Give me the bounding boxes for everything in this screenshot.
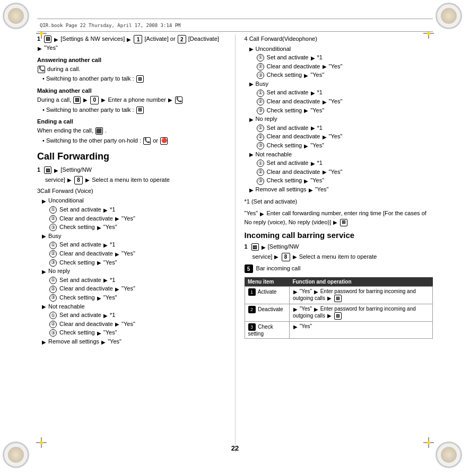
cf-notreach-item-1: ① Set and activate ▶ *1 [49,311,226,320]
ib-box-num: 5 [245,265,253,273]
deactivate-grid-icon: ⊞ [334,312,342,320]
table-cell-activate-op: ▶ "Yes" ▶ Enter password for barring inc… [289,287,432,304]
cf-notreach-item-2: ② Clear and deactivate ▶ "Yes" [49,320,226,329]
corner-decoration-tr [436,3,467,34]
cf-busy-item-3: ③ Check setting ▶ "Yes" [49,258,226,267]
cf-voice-item-2: ② Clear and deactivate ▶ "Yes" [49,214,226,223]
hold-icon-1: 📞 [143,137,151,145]
menu-icon-2: ▤ [73,96,81,104]
call-forwarding-heading: Call Forwarding [37,151,226,162]
ib-menu-icon: ▤ [251,243,259,251]
cf-remove-all: ▶ Remove all settings ▶ "Yes" [41,337,226,346]
cf-video-noreply-item-2: ② Clear and deactivate ▶ "Yes" [257,132,433,141]
switch-icon-2: ⊞ [136,107,144,114]
corner-decoration-bl [3,442,34,473]
answering-call-switch: • Switching to another party to talk : ⊞ [42,74,226,83]
cf-notreachable-items: ① Set and activate ▶ *1 ② Clear and deac… [45,311,226,337]
header-text: QIR.book Page 22 Thursday, April 17, 200… [40,23,181,28]
header-bar: QIR.book Page 22 Thursday, April 17, 200… [37,19,433,32]
cf-voice-items: ① Set and activate ▶ *1 ② Clear and deac… [45,205,226,232]
corner-decoration-tl [3,3,34,34]
cf-busy-item-2: ② Clear and deactivate ▶ "Yes" [49,249,226,258]
cf-videophone-label: 4 Call Forward(Videophone) [245,34,433,43]
left-column: 1 ▤ ▶ [Settings & NW services] ▶ 1 [Acti… [37,34,231,444]
hold-icon-2: 🔴 [160,137,168,145]
cf-video-notreach-item-3: ③ Check setting ▶ "Yes" [257,176,433,185]
switch-icon-1: ⊞ [136,75,144,83]
cf-step1-cont: service] ▶ 8 ▶ Select a menu item to ope… [45,175,226,184]
making-call-during: During a call, ▤ ▶ 0 ▶ Enter a phone num… [37,95,226,104]
footnote-grid-icon: ⊞ [340,219,347,226]
key-0: 0 [90,96,99,104]
table-header-function: Function and operation [289,277,432,287]
cf-video-uncond-item-2: ② Clear and deactivate ▶ "Yes" [257,62,433,71]
right-column: 4 Call Forward(Videophone) ▶ Uncondition… [242,34,433,444]
cf-video-noreply-items: ① Set and activate ▶ *1 ② Clear and deac… [253,124,433,150]
cf-video-uncond-item-3: ③ Check setting ▶ "Yes" [257,70,433,80]
table-cell-deactivate-op: ▶ "Yes" ▶ Enter password for barring inc… [289,304,432,321]
table-row-activate: 1 Activate ▶ "Yes" ▶ Enter password for … [245,287,433,304]
ib-bar-label: 5 Bar incoming call [245,264,433,273]
cf-voice-item-1: ① Set and activate ▶ *1 [49,205,226,214]
ending-call-switch: • Switching to the other party on-hold :… [42,136,226,145]
cf-noreply-item-3: ③ Check setting ▶ "Yes" [49,293,226,302]
page-number: 22 [231,444,239,452]
phone-during-icon: 📞 [38,66,45,73]
cf-video-noreply-item-3: ③ Check setting ▶ "Yes" [257,141,433,150]
cf-video-busy-item-1: ① Set and activate ▶ *1 [257,88,433,97]
table-row-deactivate: 2 Deactivate ▶ "Yes" ▶ Enter password fo… [245,304,433,321]
cf-video-notreachable-items: ① Set and activate ▶ *1 ② Clear and deac… [253,158,433,185]
cf-video-noreply-item-1: ① Set and activate ▶ *1 [257,124,433,133]
menu-key: ▤ [44,36,51,43]
cf-video-remove-all: ▶ Remove all settings ▶ "Yes" [249,185,433,194]
call-icon: 📞 [175,96,182,104]
cf-video-uncond-item-1: ① Set and activate ▶ *1 [257,53,433,62]
incoming-barring-heading: Incoming call barring service [245,231,433,240]
table-header-item: Menu item [245,277,289,287]
key-2: 2 [178,35,186,43]
table-cell-check-op: ▶ "Yes" [289,321,432,338]
table-row-check: 3 Check setting ▶ "Yes" [245,321,433,338]
cf-step1: 1 ▤ ▶ [Setting/NW [37,165,226,174]
cf-video-noreply: ▶ No reply [249,114,433,124]
cf-key-8: 8 [74,176,83,184]
cf-voice-item-3: ③ Check setting ▶ "Yes" [49,223,226,232]
cf-voice-unconditional: ▶ Unconditional [41,196,226,205]
table-cell-activate-item: 1 Activate [245,287,289,304]
footnote-1: *1 (Set and activate) [245,197,433,206]
end-call-icon: ⬛ [95,127,103,135]
ib-key-8: 8 [282,253,290,261]
making-call-heading: Making another call [37,87,226,94]
footnote-2: "Yes" ▶ Enter call forwarding number, en… [245,209,433,226]
cf-busy-item-1: ① Set and activate ▶ *1 [49,240,226,249]
cf-noreply-item-1: ① Set and activate ▶ *1 [49,276,226,285]
cf-video-notreach-item-2: ② Clear and deactivate ▶ "Yes" [257,168,433,177]
cf-voice-notreachable: ▶ Not reachable [41,302,226,311]
table-cell-check-item: 3 Check setting [245,321,289,338]
answering-call-heading: Answering another call [37,57,226,63]
cf-voice-label: 3Call Forward (Voice) [37,187,226,196]
ending-call-heading: Ending a call [37,118,226,125]
cf-voice-busy: ▶ Busy [41,232,226,241]
cf-menu-icon: ▤ [44,166,51,174]
page-container: QIR.book Page 22 Thursday, April 17, 200… [0,0,470,476]
ending-call-when: When ending the call, ⬛ . [37,126,226,135]
cf-video-unconditional: ▶ Unconditional [249,45,433,54]
cf-video-notreach-item-1: ① Set and activate ▶ *1 [257,158,433,168]
step-1-intro: 1 ▤ ▶ [Settings & NW services] ▶ 1 [Acti… [37,34,226,52]
content-area: 1 ▤ ▶ [Settings & NW services] ▶ 1 [Acti… [37,34,433,444]
cf-video-busy: ▶ Busy [249,80,433,89]
barring-table: Menu item Function and operation 1 Activ… [245,277,433,339]
ib-step1-cont: service] ▶ 8 ▶ Select a menu item to ope… [253,252,433,261]
table-cell-deactivate-item: 2 Deactivate [245,304,289,321]
cf-video-uncond-items: ① Set and activate ▶ *1 ② Clear and deac… [253,53,433,80]
cf-noreply-item-2: ② Clear and deactivate ▶ "Yes" [49,284,226,293]
cf-video-busy-item-2: ② Clear and deactivate ▶ "Yes" [257,97,433,106]
answering-call-during: 📞 during a call. [37,65,226,74]
activate-grid-icon: ⊞ [334,295,342,302]
cf-video-busy-items: ① Set and activate ▶ *1 ② Clear and deac… [253,88,433,114]
ib-step1: 1 ▤ ▶ [Setting/NW [245,242,433,251]
making-call-switch: • Switching to another party to talk : ⊞ [42,105,226,114]
cf-voice-noreply: ▶ No reply [41,267,226,276]
cf-notreach-item-3: ③ Check setting ▶ "Yes" [49,328,226,337]
